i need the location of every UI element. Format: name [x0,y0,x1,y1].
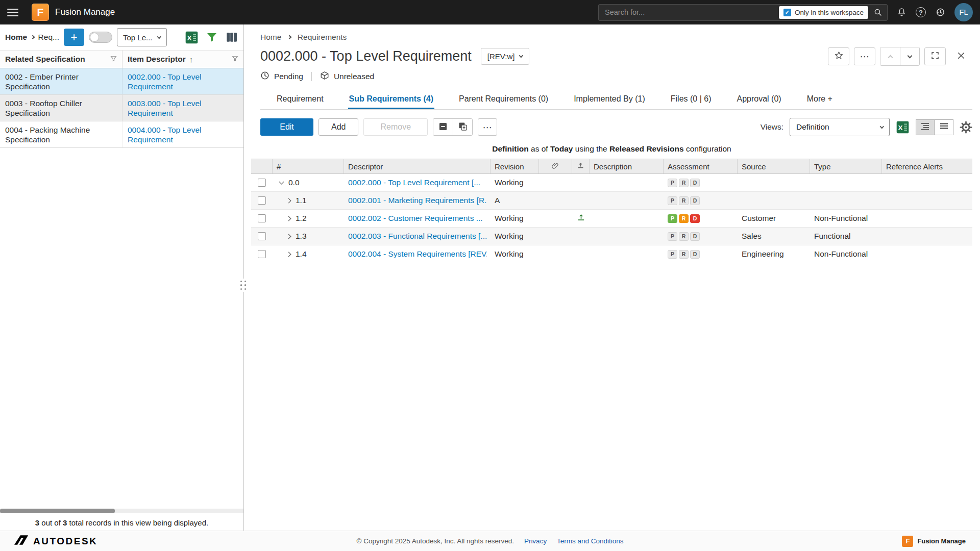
assessment-badge-r[interactable]: R [679,179,689,187]
add-button[interactable]: Add [318,118,358,136]
assessment-badge-r[interactable]: R [679,214,689,223]
autodesk-logo[interactable]: AUTODESK [14,535,97,547]
uploaded-file-icon[interactable] [577,213,585,224]
column-settings-icon[interactable] [225,31,238,44]
table-more-actions-button[interactable]: ⋯ [478,118,497,136]
header-assessment[interactable]: Assessment [664,159,738,173]
duplicate-add-button[interactable] [453,119,472,135]
collapse-all-button[interactable] [433,119,453,135]
header-upload[interactable] [572,159,590,173]
add-record-button[interactable]: + [64,29,84,46]
table-row[interactable]: 1.4 0002.004 - System Requirements [REV.… [251,245,972,263]
header-source[interactable]: Source [738,159,810,173]
table-row[interactable]: 1.2 0002.002 - Customer Requirements ...… [251,210,972,228]
header-number[interactable]: # [273,159,344,173]
assessment-badge-p[interactable]: P [668,250,677,259]
table-row[interactable]: 1.1 0002.001 - Marketing Requirements [R… [251,192,972,210]
history-icon[interactable] [935,7,945,17]
horizontal-scrollbar[interactable] [0,509,243,513]
row-checkbox[interactable] [258,196,266,205]
column-header-related-specification[interactable]: Related Specification [0,51,122,68]
terms-link[interactable]: Terms and Conditions [557,537,624,545]
requirement-link[interactable]: 0002.004 - System Requirements [REV... [348,249,487,259]
global-search-input[interactable] [605,8,779,16]
previous-record-button[interactable] [880,47,900,65]
breadcrumb-current[interactable]: Req... [38,33,59,42]
assessment-badge-d[interactable]: D [690,196,700,205]
assessment-badge-d[interactable]: D [690,250,700,259]
panel-resize-handle[interactable] [239,279,247,292]
more-actions-button[interactable]: ⋯ [854,47,875,65]
tree-view-button[interactable] [916,119,935,135]
tab-files[interactable]: Files (0 | 6) [670,91,713,109]
header-description[interactable]: Description [590,159,664,173]
edit-button[interactable]: Edit [260,118,313,136]
assessment-badge-r[interactable]: R [679,232,689,241]
breadcrumb-requirements[interactable]: Requirements [298,33,347,42]
close-button[interactable] [950,47,972,65]
row-checkbox[interactable] [258,179,266,187]
tab-implemented-by[interactable]: Implemented By (1) [573,91,646,109]
column-header-item-descriptor[interactable]: Item Descriptor ↑ [122,51,243,68]
tab-sub-requirements[interactable]: Sub Requirements (4) [348,91,434,109]
spec-row[interactable]: 0003 - Rooftop Chiller Specification 000… [0,95,243,121]
row-checkbox[interactable] [258,232,266,240]
item-descriptor-link[interactable]: 0002.000 - Top Level Requirement [122,68,243,94]
tab-requirement[interactable]: Requirement [276,91,325,109]
item-descriptor-link[interactable]: 0003.000 - Top Level Requirement [122,95,243,121]
row-checkbox[interactable] [258,250,266,258]
search-icon[interactable] [873,8,883,17]
breadcrumb-home[interactable]: Home [5,33,27,42]
fullscreen-button[interactable] [924,47,946,65]
privacy-link[interactable]: Privacy [524,537,547,545]
export-excel-icon[interactable]: X [896,120,910,134]
fusion-manage-logo[interactable]: F [32,4,49,21]
fusion-manage-badge[interactable]: F Fusion Manage [902,536,966,547]
spec-row[interactable]: 0004 - Packing Machine Specification 000… [0,121,243,148]
tab-approval[interactable]: Approval (0) [736,91,782,109]
header-type[interactable]: Type [810,159,882,173]
header-descriptor[interactable]: Descriptor [344,159,491,173]
expand-chevron-icon[interactable] [286,252,291,257]
tab-parent-requirements[interactable]: Parent Requirements (0) [458,91,549,109]
header-attachments[interactable] [539,159,572,173]
header-reference-alerts[interactable]: Reference Alerts [882,159,971,173]
requirement-link[interactable]: 0002.003 - Functional Requirements [... [348,232,487,241]
tab-more[interactable]: More + [806,91,834,109]
column-filter-icon[interactable] [232,55,238,64]
expand-chevron-icon[interactable] [286,234,291,239]
sort-ascending-icon[interactable]: ↑ [189,55,193,64]
export-excel-icon[interactable]: X [185,31,199,44]
revision-dropdown[interactable]: [REV:w] [481,48,529,65]
assessment-badge-d[interactable]: D [690,179,700,187]
bookmark-button[interactable] [828,47,849,65]
notifications-bell-icon[interactable] [897,7,906,17]
spec-row[interactable]: 0002 - Ember Printer Specification 0002.… [0,68,243,95]
collapse-chevron-icon[interactable] [279,180,284,185]
breadcrumb-home[interactable]: Home [260,33,281,42]
filter-funnel-icon[interactable] [206,31,218,43]
remove-button[interactable]: Remove [363,118,428,136]
row-checkbox[interactable] [258,214,266,222]
flat-view-button[interactable] [935,119,953,135]
hamburger-menu-icon[interactable] [7,9,18,16]
requirement-link[interactable]: 0002.001 - Marketing Requirements [R... [348,196,487,205]
assessment-badge-r[interactable]: R [679,250,689,259]
workspace-filter-checkbox[interactable]: ✓ Only in this workspace [779,6,868,19]
assessment-badge-d[interactable]: D [690,232,700,241]
user-avatar[interactable]: FL [954,3,973,21]
expand-chevron-icon[interactable] [286,198,291,203]
column-filter-icon[interactable] [110,55,117,64]
assessment-badge-p[interactable]: P [668,232,677,241]
views-dropdown[interactable]: Definition [790,118,890,136]
assessment-badge-r[interactable]: R [679,196,689,205]
requirement-link[interactable]: 0002.000 - Top Level Requirement [... [348,178,480,187]
assessment-badge-p[interactable]: P [668,179,677,187]
help-icon[interactable]: ? [916,7,926,17]
assessment-badge-p[interactable]: P [668,214,677,223]
settings-gear-icon[interactable] [960,121,972,134]
assessment-badge-p[interactable]: P [668,196,677,205]
filter-toggle-switch[interactable] [89,32,112,43]
view-selector-dropdown[interactable]: Top Le... [117,28,167,46]
next-record-button[interactable] [900,47,919,65]
